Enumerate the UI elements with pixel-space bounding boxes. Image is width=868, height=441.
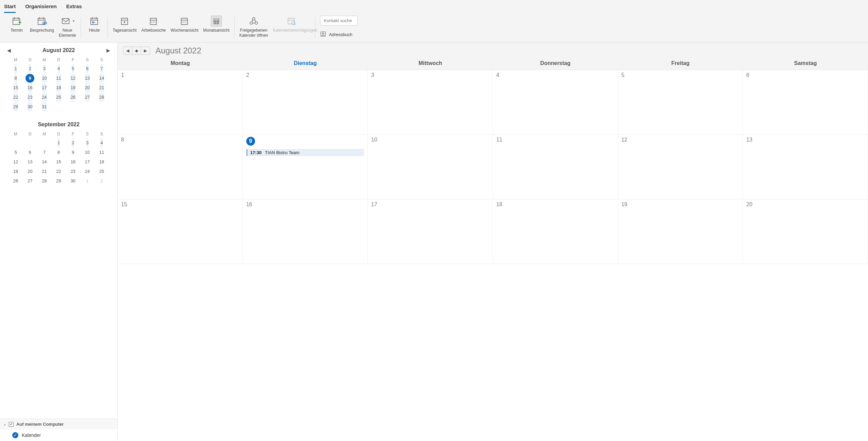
mini-day[interactable]: 18: [97, 158, 106, 166]
mini-day[interactable]: 4: [57, 64, 60, 73]
day-cell[interactable]: 20: [743, 199, 868, 264]
mini-day[interactable]: 29: [13, 102, 18, 111]
mini-day[interactable]: 9: [69, 148, 78, 157]
mini-day[interactable]: 15: [54, 158, 63, 166]
mini-day[interactable]: 8: [14, 74, 17, 83]
mini-day[interactable]: 15: [13, 83, 18, 92]
mini-day[interactable]: 6: [26, 148, 34, 157]
mini-day[interactable]: 9: [26, 74, 34, 83]
mini-day[interactable]: 29: [54, 177, 63, 185]
berechtigungen-button[interactable]: Kalenderberechtigungen: [273, 16, 310, 33]
day-cell[interactable]: 3: [368, 70, 493, 135]
mini-day[interactable]: 25: [56, 93, 61, 102]
day-cell[interactable]: 917:30TIAN Bistro Team: [243, 135, 368, 199]
menu-tab-extras[interactable]: Extras: [66, 3, 82, 13]
calendar-checkbox-icon[interactable]: ✓: [12, 432, 18, 438]
mini-day[interactable]: 7: [40, 148, 49, 157]
mini-day[interactable]: 28: [99, 93, 104, 102]
mini-day[interactable]: 21: [40, 167, 49, 176]
mini-day[interactable]: 16: [28, 83, 32, 92]
mini-day[interactable]: 13: [26, 158, 34, 166]
mini-day[interactable]: 14: [40, 158, 49, 166]
mini-day[interactable]: 3: [43, 64, 46, 73]
mini-day[interactable]: 24: [83, 167, 92, 176]
mini-day[interactable]: 22: [13, 93, 18, 102]
group-checkbox[interactable]: ✓: [9, 422, 14, 427]
mini-day[interactable]: 24: [42, 93, 47, 102]
besprechung-button[interactable]: Besprechung: [30, 16, 54, 33]
mini-day[interactable]: 26: [70, 93, 75, 102]
mini-day[interactable]: 2: [97, 177, 106, 185]
mini-day[interactable]: 11: [56, 74, 61, 83]
mini-day[interactable]: 20: [26, 167, 34, 176]
month-prev-button[interactable]: ◀: [123, 47, 132, 54]
day-cell[interactable]: 10: [368, 135, 493, 199]
mini-day[interactable]: 27: [26, 177, 34, 185]
mini-day[interactable]: 7: [100, 64, 103, 73]
mini-day[interactable]: 12: [11, 158, 20, 166]
mini-day[interactable]: 5: [11, 148, 20, 157]
day-cell[interactable]: 16: [243, 199, 368, 264]
calendar-group-header[interactable]: ⌄ ✓ Auf meinem Computer: [0, 419, 117, 429]
day-cell[interactable]: 18: [493, 199, 618, 264]
mini-day[interactable]: 6: [86, 64, 88, 73]
freigegebenen-button[interactable]: Freigegebenen Kalender öffnen: [239, 16, 268, 38]
mini-day[interactable]: 8: [54, 148, 63, 157]
mini-day[interactable]: 2: [72, 138, 74, 147]
mini-day[interactable]: 30: [69, 177, 78, 185]
arbeitswoche-button[interactable]: Arbeitswoche: [141, 16, 166, 33]
mini-day[interactable]: 1: [14, 64, 17, 73]
mini-day[interactable]: 31: [42, 102, 47, 111]
mini-day[interactable]: 2: [29, 64, 31, 73]
day-cell[interactable]: 8: [118, 135, 243, 199]
day-cell[interactable]: 5: [618, 70, 743, 135]
mini-day[interactable]: 16: [69, 158, 78, 166]
calendar-item[interactable]: ✓ Kalender: [0, 429, 117, 441]
mini-day[interactable]: 11: [97, 148, 106, 157]
termin-button[interactable]: Termin: [8, 16, 25, 33]
day-cell[interactable]: 11: [493, 135, 618, 199]
mini-day[interactable]: 1: [57, 138, 60, 147]
tagesansicht-button[interactable]: Tagesansicht: [113, 16, 136, 33]
mini-day[interactable]: 4: [100, 138, 103, 147]
day-cell[interactable]: 17: [368, 199, 493, 264]
calendar-event[interactable]: 17:30TIAN Bistro Team: [246, 149, 364, 156]
mini-day[interactable]: 14: [99, 74, 104, 83]
month-grid[interactable]: 1234568917:30TIAN Bistro Team10111213151…: [118, 70, 868, 441]
menu-tab-start[interactable]: Start: [4, 3, 16, 13]
day-cell[interactable]: 12: [618, 135, 743, 199]
mini-day[interactable]: 17: [42, 83, 47, 92]
month-today-button[interactable]: ◆: [132, 47, 141, 54]
adressbuch-button[interactable]: Adressbuch: [320, 31, 352, 38]
month-next-button[interactable]: ▶: [141, 47, 150, 54]
mini-day[interactable]: 25: [97, 167, 106, 176]
mini-day[interactable]: 28: [40, 177, 49, 185]
mini-day[interactable]: 10: [83, 148, 92, 157]
mini-day[interactable]: 12: [70, 74, 75, 83]
mini-day[interactable]: 10: [42, 74, 47, 83]
mini-day[interactable]: 20: [85, 83, 90, 92]
mini-day[interactable]: 17: [83, 158, 92, 166]
mini-day[interactable]: 19: [11, 167, 20, 176]
day-cell[interactable]: 15: [118, 199, 243, 264]
mini-day[interactable]: 13: [85, 74, 90, 83]
mini-day[interactable]: 18: [56, 83, 61, 92]
mini-next-button[interactable]: ▶: [106, 48, 111, 53]
mini-day[interactable]: 23: [69, 167, 78, 176]
day-cell[interactable]: 6: [743, 70, 868, 135]
mini-day[interactable]: 19: [70, 83, 75, 92]
wochenansicht-button[interactable]: Wochenansicht: [171, 16, 199, 33]
neue-elemente-button[interactable]: ▾ Neue Elemente: [59, 16, 76, 38]
heute-button[interactable]: Heute: [86, 16, 103, 33]
mini-prev-button[interactable]: ◀: [6, 48, 12, 53]
day-cell[interactable]: 13: [743, 135, 868, 199]
day-cell[interactable]: 2: [243, 70, 368, 135]
mini-day[interactable]: 23: [28, 93, 32, 102]
mini-day[interactable]: 5: [72, 64, 74, 73]
mini-day[interactable]: 30: [28, 102, 32, 111]
mini-day[interactable]: 22: [54, 167, 63, 176]
contact-search-input[interactable]: [320, 16, 357, 26]
menu-tab-organisieren[interactable]: Organisieren: [25, 3, 57, 13]
mini-day[interactable]: 27: [85, 93, 90, 102]
mini-day[interactable]: 26: [11, 177, 20, 185]
